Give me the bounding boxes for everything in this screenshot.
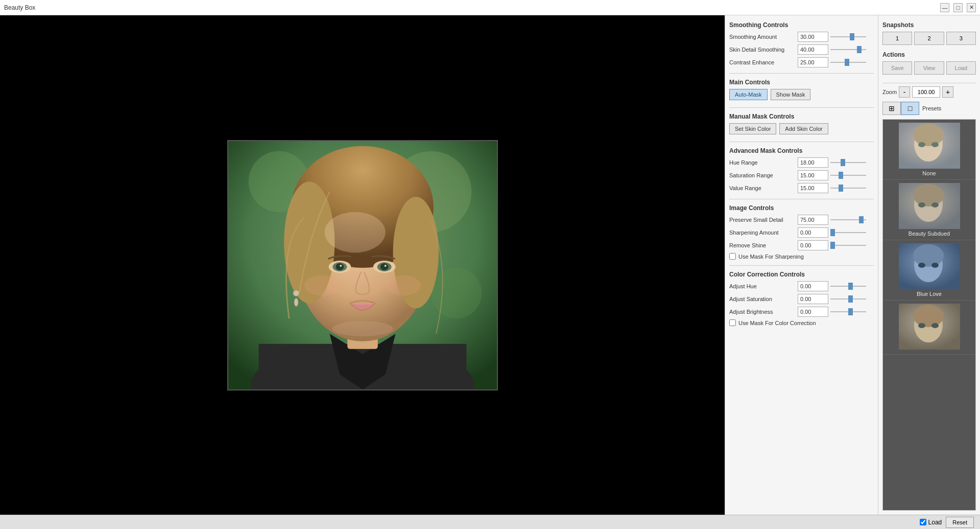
slider-handle[interactable] xyxy=(848,283,853,290)
grid-view-button[interactable]: ⊞ xyxy=(882,102,901,115)
remove-shine-input[interactable] xyxy=(798,240,828,250)
adjust-brightness-slider[interactable] xyxy=(830,308,869,316)
smoothing-amount-slider[interactable] xyxy=(830,33,869,41)
adjust-brightness-input[interactable] xyxy=(798,307,828,317)
preset-none-svg xyxy=(899,123,960,169)
svg-point-29 xyxy=(918,142,925,147)
slider-handle[interactable] xyxy=(848,308,853,315)
view-toggle-row: ⊞ □ Presets xyxy=(882,102,976,115)
remove-shine-slider[interactable] xyxy=(830,241,869,249)
auto-mask-button[interactable]: Auto-Mask xyxy=(729,89,768,100)
view-action-button[interactable]: View xyxy=(914,61,944,75)
preset-thumb-4 xyxy=(899,304,960,350)
svg-point-19 xyxy=(380,263,388,270)
value-range-slider[interactable] xyxy=(830,184,869,192)
save-action-button[interactable]: Save xyxy=(882,61,912,75)
slider-handle[interactable] xyxy=(859,216,864,223)
smoothing-controls-title: Smoothing Controls xyxy=(729,21,874,29)
set-skin-color-button[interactable]: Set Skin Color xyxy=(729,123,776,134)
slider-handle[interactable] xyxy=(839,172,843,179)
main-controls-buttons: Auto-Mask Show Mask xyxy=(729,89,874,100)
snapshot-2-button[interactable]: 2 xyxy=(914,32,944,45)
zoom-row: Zoom - + xyxy=(882,86,976,98)
single-view-button[interactable]: □ xyxy=(901,102,919,115)
svg-point-40 xyxy=(931,263,939,268)
preset-item-none[interactable]: None xyxy=(883,120,975,180)
maximize-button[interactable]: □ xyxy=(953,3,963,12)
use-mask-color-correction-checkbox[interactable] xyxy=(729,319,736,326)
load-checkbox[interactable] xyxy=(920,519,926,525)
reset-button[interactable]: Reset xyxy=(946,517,974,528)
preserve-small-detail-input[interactable] xyxy=(798,215,828,225)
title-bar-left: Beauty Box xyxy=(4,4,35,11)
preset-beauty-svg xyxy=(899,183,960,229)
zoom-plus-button[interactable]: + xyxy=(942,86,953,98)
contrast-enhance-slider[interactable] xyxy=(830,58,869,66)
hue-range-row: Hue Range xyxy=(729,157,874,168)
use-mask-color-correction-row: Use Mask For Color Correction xyxy=(729,319,874,326)
bottom-checkbox-row: Load xyxy=(920,519,942,526)
grid-icon: ⊞ xyxy=(889,104,895,112)
svg-point-45 xyxy=(931,323,939,328)
adjust-saturation-input[interactable] xyxy=(798,294,828,304)
slider-handle[interactable] xyxy=(841,159,845,166)
slider-handle[interactable] xyxy=(830,242,835,249)
contrast-enhance-input[interactable] xyxy=(798,57,828,67)
preset-blue-label: Blue Love xyxy=(917,291,942,297)
svg-point-15 xyxy=(336,263,344,270)
adjust-hue-input[interactable] xyxy=(798,281,828,291)
sharpening-amount-slider[interactable] xyxy=(830,228,869,237)
slider-handle[interactable] xyxy=(857,46,862,53)
adjust-hue-slider[interactable] xyxy=(830,282,869,290)
zoom-value-input[interactable] xyxy=(912,86,940,98)
svg-point-3 xyxy=(431,267,481,318)
photo-svg xyxy=(228,140,497,390)
saturation-range-slider[interactable] xyxy=(830,171,869,179)
contrast-enhance-label: Contrast Enhance xyxy=(729,59,796,65)
slider-handle[interactable] xyxy=(850,33,854,40)
divider-far-1 xyxy=(882,83,976,83)
preset-none-label: None xyxy=(922,170,936,176)
hue-range-input[interactable] xyxy=(798,157,828,168)
adjust-brightness-row: Adjust Brightness xyxy=(729,307,874,317)
preserve-small-detail-slider[interactable] xyxy=(830,216,869,224)
adjust-hue-label: Adjust Hue xyxy=(729,283,796,289)
svg-point-44 xyxy=(918,323,925,328)
use-mask-sharpening-checkbox[interactable] xyxy=(729,253,736,260)
sharpening-amount-label: Sharpening Amount xyxy=(729,229,796,236)
presets-container: None xyxy=(882,119,976,511)
slider-handle[interactable] xyxy=(845,59,849,66)
skin-detail-smoothing-input[interactable] xyxy=(798,44,828,55)
preset-item-blue-love[interactable]: Blue Love xyxy=(883,240,975,301)
svg-point-43 xyxy=(913,305,944,327)
minimize-button[interactable]: — xyxy=(940,3,949,12)
photo-container xyxy=(227,140,498,390)
snapshot-1-button[interactable]: 1 xyxy=(882,32,912,45)
hue-range-slider[interactable] xyxy=(830,158,869,167)
smoothing-amount-input[interactable] xyxy=(798,32,828,42)
value-range-input[interactable] xyxy=(798,183,828,193)
sharpening-amount-input[interactable] xyxy=(798,227,828,238)
smoothing-amount-label: Smoothing Amount xyxy=(729,34,796,40)
preset-item-beauty-subdued[interactable]: Beauty Subdued xyxy=(883,180,975,240)
load-action-button[interactable]: Load xyxy=(946,61,976,75)
slider-handle[interactable] xyxy=(830,229,835,236)
preset-item-4[interactable] xyxy=(883,301,975,355)
remove-shine-label: Remove Shine xyxy=(729,242,796,248)
saturation-range-input[interactable] xyxy=(798,170,828,180)
use-mask-sharpening-row: Use Mask For Sharpening xyxy=(729,253,874,260)
close-button[interactable]: ✕ xyxy=(967,3,976,12)
adjust-saturation-slider[interactable] xyxy=(830,295,869,303)
zoom-minus-button[interactable]: - xyxy=(899,86,910,98)
slider-handle[interactable] xyxy=(848,295,853,303)
svg-point-21 xyxy=(304,275,339,295)
advanced-mask-title: Advanced Mask Controls xyxy=(729,147,874,154)
svg-point-35 xyxy=(931,202,939,208)
skin-detail-smoothing-slider[interactable] xyxy=(830,45,869,54)
show-mask-button[interactable]: Show Mask xyxy=(771,89,811,100)
add-skin-color-button[interactable]: Add Skin Color xyxy=(779,123,828,134)
load-label: Load xyxy=(928,519,942,526)
snapshot-3-button[interactable]: 3 xyxy=(946,32,976,45)
skin-detail-smoothing-label: Skin Detail Smoothing xyxy=(729,47,796,53)
slider-handle[interactable] xyxy=(839,185,843,192)
